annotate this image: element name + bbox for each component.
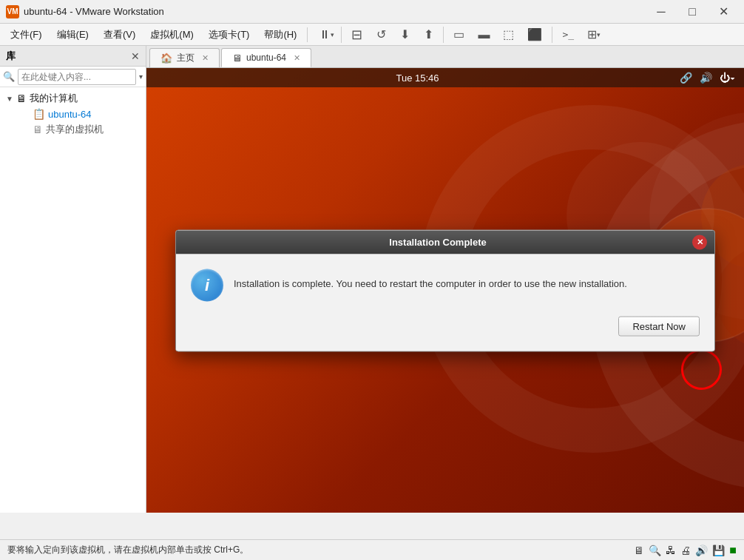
sound-icon: 🔊 [700,72,712,84]
toolbar-separator-2 [443,27,444,43]
minimize-button[interactable]: ─ [646,3,676,21]
dialog-close-button[interactable]: ✕ [692,235,707,249]
app-icon: VM [6,5,19,18]
info-icon: i [191,269,223,301]
settings-dropdown-icon: ▾ [597,31,601,38]
statusbar-icons: 🖥 🔍 🖧 🖨 🔊 💾 ■ [634,544,737,557]
dialog-content: i Installation is complete. You need to … [191,269,700,301]
menubar: 文件(F) 编辑(E) 查看(V) 虚拟机(M) 选项卡(T) 帮助(H) ⏸ … [0,24,744,46]
shared-icon: 🖥 [33,124,43,135]
toolbar-separator-1 [341,27,342,43]
status-icon-print[interactable]: 🖨 [680,544,691,556]
layout3-button[interactable]: ⬚ [498,24,519,45]
svg-point-4 [716,246,744,349]
menu-help[interactable]: 帮助(H) [257,25,304,44]
toolbar: ⏸ ▾ ⊟ ↺ ⬇ ⬆ ▭ ▬ ⬚ ⬛ >_ ⊞ ▾ [314,24,603,45]
pause-dropdown-icon: ▾ [331,31,334,38]
tree-vm-label: ubuntu-64 [48,109,92,120]
power-icon[interactable]: ⏻▾ [720,72,735,84]
tree-shared-item[interactable]: 🖥 共享的虚拟机 [0,121,146,138]
menu-vm[interactable]: 虚拟机(M) [143,25,201,44]
main-area: 库 ✕ 🔍 ▾ ▼ 🖥 我的计算机 📋 ubuntu-64 🖥 共享的虚拟机 [0,46,744,513]
status-icon-disk[interactable]: 💾 [712,544,725,556]
layout1-button[interactable]: ▭ [448,24,470,45]
sidebar-tree: ▼ 🖥 我的计算机 📋 ubuntu-64 🖥 共享的虚拟机 [0,87,146,513]
ubuntu-top-panel: Tue 15:46 🔗 🔊 ⏻▾ [146,68,744,87]
vm-icon3-button[interactable]: ⬇ [394,24,415,45]
dialog-footer: Restart Now [191,313,700,339]
sidebar-close-button[interactable]: ✕ [131,50,140,62]
tab-vm-close[interactable]: ✕ [294,53,300,63]
statusbar-text: 要将输入定向到该虚拟机，请在虚拟机内部单击或按 Ctrl+G。 [7,544,248,556]
statusbar: 要将输入定向到该虚拟机，请在虚拟机内部单击或按 Ctrl+G。 🖥 🔍 🖧 🖨 … [0,539,744,560]
tree-root[interactable]: ▼ 🖥 我的计算机 [0,90,146,107]
tree-root-label: 我的计算机 [30,92,78,105]
menu-tabs[interactable]: 选项卡(T) [201,25,257,44]
network-icon: 🔗 [680,72,692,84]
dialog-titlebar: Installation Complete ✕ [176,230,714,254]
settings-button[interactable]: ⊞ ▾ [582,24,603,45]
sidebar-search-area: 🔍 ▾ [0,67,146,87]
console-button[interactable]: >_ [557,24,579,45]
titlebar: VM ubuntu-64 - VMware Workstation ─ □ ✕ [0,0,744,24]
pause-icon: ⏸ [319,28,331,41]
expand-icon: ▼ [6,95,16,103]
search-icon: 🔍 [3,71,15,82]
tab-home-label: 主页 [177,52,195,64]
tree-vm-item[interactable]: 📋 ubuntu-64 [0,107,146,121]
dialog-title-text: Installation Complete [183,237,692,248]
dialog-message: Installation is complete. You need to re… [234,269,627,291]
sidebar: 库 ✕ 🔍 ▾ ▼ 🖥 我的计算机 📋 ubuntu-64 🖥 共享的虚拟机 [0,46,146,513]
vm-icon4-button[interactable]: ⬆ [418,24,439,45]
sidebar-title: 库 [6,50,16,63]
window-title: ubuntu-64 - VMware Workstation [24,6,646,17]
tab-vm-label: ubuntu-64 [246,53,286,63]
pause-button[interactable]: ⏸ ▾ [314,24,337,45]
ubuntu-clock: Tue 15:46 [155,72,680,84]
computer-icon: 🖥 [16,92,27,104]
tab-vm[interactable]: 🖥 ubuntu-64 ✕ [221,48,311,67]
search-input[interactable] [18,69,136,85]
layout2-button[interactable]: ▬ [473,24,495,45]
settings-icon: ⊞ [587,27,597,41]
maximize-button[interactable]: □ [677,3,707,21]
window-controls: ─ □ ✕ [646,3,738,21]
vm-icon2-button[interactable]: ↺ [371,24,391,45]
right-panel: 🏠 主页 ✕ 🖥 ubuntu-64 ✕ [146,46,744,513]
dialog-body: i Installation is complete. You need to … [176,254,714,351]
tree-shared-label: 共享的虚拟机 [46,123,104,136]
vm-tab-icon: 🖥 [232,53,242,64]
menu-view[interactable]: 查看(V) [96,25,143,44]
vm-icon1-button[interactable]: ⊟ [346,24,368,45]
menu-separator [307,27,308,42]
tabbar: 🏠 主页 ✕ 🖥 ubuntu-64 ✕ [146,46,744,68]
ubuntu-panel-icons: 🔗 🔊 ⏻▾ [680,72,735,84]
vm-icon: 📋 [33,108,45,120]
status-icon-vm2[interactable]: ■ [729,544,737,557]
status-icon-sound[interactable]: 🔊 [695,544,708,556]
sidebar-header: 库 ✕ [0,46,146,67]
search-dropdown-icon[interactable]: ▾ [139,72,143,81]
tab-home[interactable]: 🏠 主页 ✕ [149,48,220,67]
home-tab-icon: 🏠 [160,53,172,64]
layout4-button[interactable]: ⬛ [522,24,547,45]
restart-now-button[interactable]: Restart Now [618,316,700,336]
status-icon-zoom[interactable]: 🔍 [649,544,661,556]
installation-complete-dialog: Installation Complete ✕ i Installation i… [175,229,715,351]
menu-file[interactable]: 文件(F) [3,25,50,44]
menu-edit[interactable]: 编辑(E) [50,25,96,44]
close-button[interactable]: ✕ [709,3,738,21]
tab-home-close[interactable]: ✕ [202,53,209,63]
vm-viewport[interactable]: Tue 15:46 🔗 🔊 ⏻▾ Installation Complete ✕… [146,68,744,513]
status-icon-vm[interactable]: 🖥 [634,544,644,556]
toolbar-separator-3 [552,27,552,43]
status-icon-network[interactable]: 🖧 [666,544,676,556]
